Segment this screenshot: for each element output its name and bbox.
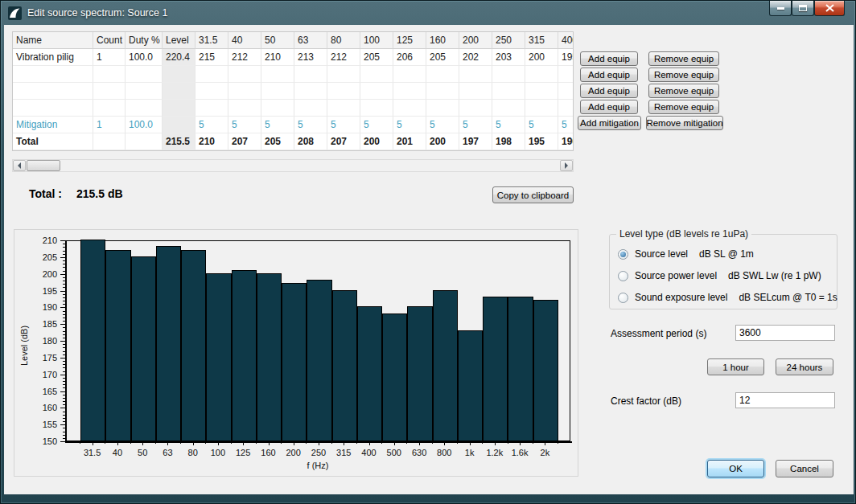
table-cell[interactable] [93, 83, 126, 100]
table-cell[interactable] [360, 100, 393, 117]
table-cell[interactable]: 205 [426, 49, 459, 66]
add-mitigation-button[interactable]: Add mitigation [578, 116, 641, 130]
table-cell[interactable] [126, 133, 163, 150]
maximize-button[interactable] [792, 1, 814, 16]
table-cell[interactable] [294, 83, 327, 100]
table-cell[interactable]: 207 [327, 133, 360, 150]
table-cell[interactable]: 5 [294, 117, 327, 133]
table-cell[interactable]: 197 [459, 133, 492, 150]
table-cell[interactable]: 5 [426, 117, 459, 133]
level-type-option[interactable]: Sound exposure leveldB SELcum @ T0 = 1s [618, 291, 837, 304]
table-cell[interactable] [459, 100, 492, 117]
table-cell[interactable] [261, 100, 294, 117]
one-hour-button[interactable]: 1 hour [707, 359, 764, 375]
table-cell[interactable] [294, 100, 327, 117]
table-cell[interactable] [93, 66, 126, 83]
table-cell[interactable] [558, 83, 574, 100]
table-cell[interactable]: 200 [360, 133, 393, 150]
table-cell[interactable]: 210 [261, 49, 294, 66]
table-cell[interactable] [426, 100, 459, 117]
table-cell[interactable]: 210 [195, 133, 228, 150]
remove-equip-button[interactable]: Remove equip [648, 51, 719, 66]
table-cell-name[interactable] [13, 83, 93, 100]
table-cell[interactable]: 5 [360, 117, 393, 133]
crest-factor-input[interactable] [735, 392, 835, 408]
table-cell[interactable] [327, 83, 360, 100]
table-cell[interactable]: 100.0 [126, 117, 163, 133]
table-cell[interactable] [492, 66, 525, 83]
table-cell[interactable]: 5 [195, 117, 228, 133]
table-cell[interactable] [294, 66, 327, 83]
level-type-option[interactable]: Source power leveldB SWL Lw (re 1 pW) [618, 269, 821, 282]
table-cell[interactable]: 5 [327, 117, 360, 133]
table-cell[interactable] [492, 100, 525, 117]
table-cell[interactable] [228, 83, 261, 100]
table-cell[interactable] [126, 66, 163, 83]
table-cell[interactable]: 200 [426, 133, 459, 150]
table-cell[interactable] [163, 83, 195, 100]
table-cell[interactable] [360, 83, 393, 100]
table-cell[interactable]: 208 [294, 133, 327, 150]
table-cell[interactable]: 195 [558, 49, 574, 66]
table-cell[interactable]: 5 [228, 117, 261, 133]
table-cell[interactable]: 206 [393, 49, 426, 66]
table-cell-name[interactable] [13, 66, 93, 83]
table-cell-name[interactable]: Mitigation [13, 117, 93, 133]
table-cell[interactable]: 202 [459, 49, 492, 66]
ok-button[interactable]: OK [707, 460, 764, 477]
remove-equip-button[interactable]: Remove equip [648, 68, 719, 82]
add-equip-button[interactable]: Add equip [580, 68, 638, 82]
assessment-period-input[interactable] [735, 325, 835, 341]
table-cell[interactable] [525, 100, 558, 117]
table-cell-name[interactable] [13, 100, 93, 117]
table-cell[interactable] [426, 66, 459, 83]
table-cell[interactable] [163, 117, 195, 133]
table-cell[interactable]: 215.5 [163, 133, 195, 150]
table-cell[interactable] [558, 100, 574, 117]
table-cell[interactable]: 190 [558, 133, 574, 150]
table-cell[interactable] [327, 100, 360, 117]
scroll-left-button[interactable] [13, 160, 26, 171]
table-cell[interactable] [426, 83, 459, 100]
level-type-option[interactable]: Source leveldB SL @ 1m [618, 248, 754, 260]
table-cell[interactable]: 1 [93, 49, 126, 66]
table-cell[interactable] [93, 133, 126, 150]
table-cell[interactable] [492, 83, 525, 100]
add-equip-button[interactable]: Add equip [580, 51, 638, 66]
table-cell[interactable]: 1 [93, 117, 126, 133]
table-cell[interactable] [327, 66, 360, 83]
table-cell[interactable]: 200 [525, 49, 558, 66]
table-cell[interactable]: 5 [558, 117, 574, 133]
table-cell[interactable]: 100.0 [126, 49, 163, 66]
table-cell[interactable]: 212 [228, 49, 261, 66]
table-cell[interactable] [393, 66, 426, 83]
table-cell[interactable] [525, 66, 558, 83]
table-cell[interactable] [360, 66, 393, 83]
horizontal-scrollbar[interactable] [12, 159, 574, 172]
radio-selected-icon[interactable] [618, 249, 628, 260]
table-cell[interactable]: 5 [459, 117, 492, 133]
table-cell[interactable]: 5 [525, 117, 558, 133]
scroll-right-button[interactable] [560, 160, 573, 171]
radio-unselected-icon[interactable] [618, 271, 628, 281]
table-cell[interactable] [195, 66, 228, 83]
table-cell[interactable]: 195 [525, 133, 558, 150]
table-cell[interactable]: 213 [294, 49, 327, 66]
table-cell[interactable]: 207 [228, 133, 261, 150]
cancel-button[interactable]: Cancel [776, 460, 833, 477]
table-cell[interactable]: 205 [261, 133, 294, 150]
table-cell-name[interactable]: Total [13, 133, 93, 150]
table-cell[interactable] [163, 66, 195, 83]
table-cell[interactable] [228, 66, 261, 83]
table-cell[interactable]: 5 [393, 117, 426, 133]
minimize-button[interactable] [769, 1, 792, 16]
spectrum-table[interactable]: NameCountDuty %Level31.54050638010012516… [12, 31, 574, 151]
table-cell[interactable] [558, 66, 574, 83]
title-bar[interactable]: Edit source spectrum: Source 1 [1, 1, 855, 25]
table-cell[interactable] [261, 66, 294, 83]
table-cell[interactable] [459, 83, 492, 100]
table-cell[interactable] [93, 100, 126, 117]
table-cell[interactable] [126, 83, 163, 100]
table-cell[interactable] [163, 100, 195, 117]
add-equip-button[interactable]: Add equip [580, 84, 638, 98]
